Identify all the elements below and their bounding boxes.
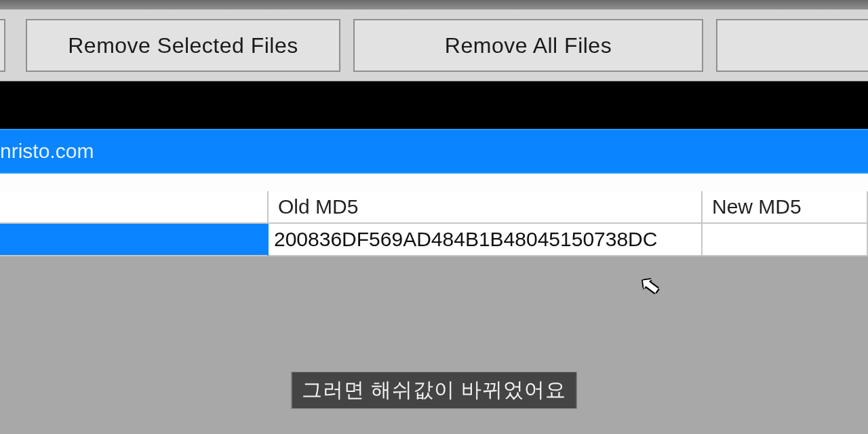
column-header-new-md5-label: New MD5: [712, 195, 802, 218]
column-header-old-md5[interactable]: Old MD5: [269, 191, 703, 224]
video-caption-text: 그러면 해쉬값이 바뀌었어요: [302, 378, 567, 401]
mouse-cursor-icon: ⬉: [638, 270, 660, 300]
md5-table: Old MD5 New MD5 200836DF569AD484B1B48045…: [0, 191, 868, 256]
cell-old-md5: 200836DF569AD484B1B48045150738DC: [269, 224, 703, 256]
selected-path-text: nristo.com: [0, 140, 94, 163]
cell-old-md5-value: 200836DF569AD484B1B48045150738DC: [274, 228, 657, 251]
toolbar-button-cut-right[interactable]: [716, 19, 868, 72]
cell-new-md5: [703, 224, 868, 256]
table-header-row: Old MD5 New MD5: [0, 191, 868, 224]
remove-selected-files-button[interactable]: Remove Selected Files: [26, 19, 340, 72]
selected-path-bar[interactable]: nristo.com: [0, 129, 868, 174]
cell-file: [0, 224, 269, 256]
remove-selected-files-label: Remove Selected Files: [68, 33, 298, 58]
toolbar-button-cut-left[interactable]: [0, 19, 5, 72]
remove-all-files-label: Remove All Files: [445, 33, 612, 58]
remove-all-files-button[interactable]: Remove All Files: [353, 19, 703, 72]
column-header-new-md5[interactable]: New MD5: [703, 191, 868, 224]
black-band: [0, 81, 868, 129]
video-caption: 그러면 해쉬값이 바뀌었어요: [292, 372, 577, 409]
column-header-old-md5-label: Old MD5: [278, 195, 358, 218]
table-row[interactable]: 200836DF569AD484B1B48045150738DC: [0, 224, 868, 256]
column-header-file[interactable]: [0, 191, 269, 224]
window-top-strip: [0, 0, 868, 9]
spacer: [0, 174, 868, 191]
toolbar: Remove Selected Files Remove All Files: [0, 9, 868, 81]
